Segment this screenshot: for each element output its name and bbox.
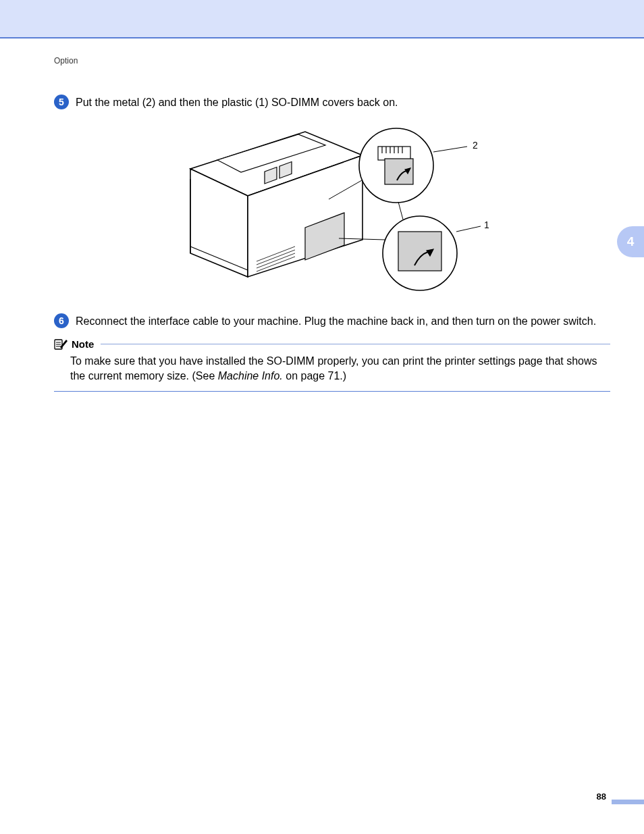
step-number: 5	[59, 97, 64, 107]
note-header: Note	[54, 338, 610, 350]
svg-line-30	[398, 202, 403, 219]
step-bullet-icon: 6	[54, 313, 69, 328]
callout-label-2: 2	[473, 140, 478, 151]
svg-line-27	[456, 226, 481, 232]
note-label: Note	[72, 338, 94, 350]
page-number: 88	[597, 791, 606, 802]
printer-diagram: 2 1	[170, 118, 494, 301]
note-rule	[101, 344, 610, 344]
step-5: 5 Put the metal (2) and then the plastic…	[54, 95, 610, 110]
note-pencil-icon	[54, 338, 69, 350]
note-text-italic: Machine Info.	[218, 370, 283, 382]
callout-label-1: 1	[484, 219, 489, 230]
step-number: 6	[59, 315, 64, 326]
step-6: 6 Reconnect the interface cable to your …	[54, 314, 610, 329]
svg-line-23	[433, 147, 467, 152]
step-bullet-icon: 5	[54, 95, 69, 109]
diagram-svg	[170, 118, 494, 301]
step-text: Put the metal (2) and then the plastic (…	[76, 95, 398, 110]
section-label: Option	[54, 56, 610, 66]
header-band	[0, 0, 644, 37]
page-content: Option 5 Put the metal (2) and then the …	[0, 38, 644, 392]
note-block: Note To make sure that you have installe…	[54, 338, 610, 392]
svg-rect-25	[398, 232, 441, 271]
step-text: Reconnect the interface cable to your ma…	[76, 314, 596, 329]
note-text-after: on page 71.)	[283, 370, 346, 382]
page-number-bar	[612, 800, 644, 804]
note-body: To make sure that you have installed the…	[54, 350, 610, 383]
